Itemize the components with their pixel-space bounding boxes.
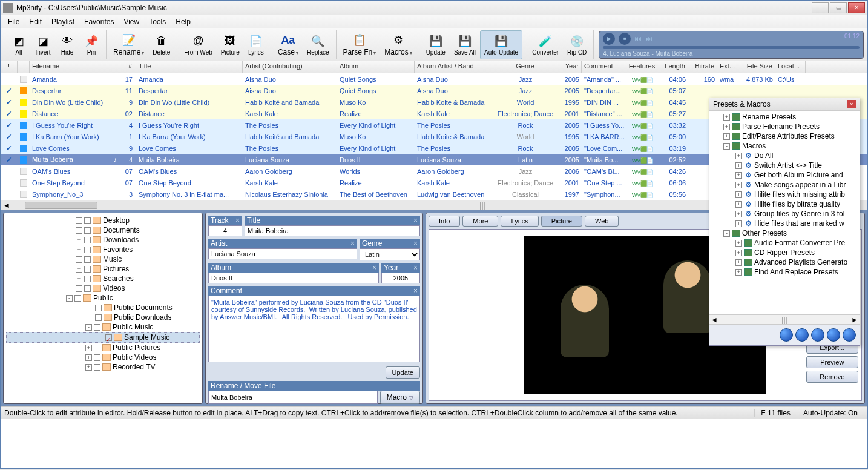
tree-expand-icon[interactable]: + (723, 124, 730, 130)
clear-track-icon[interactable]: × (235, 216, 240, 225)
tree-expand-icon[interactable]: + (76, 227, 82, 234)
tree-node[interactable]: +Downloads (6, 235, 200, 245)
player-progress[interactable] (603, 46, 860, 49)
tree-expand-icon[interactable]: + (735, 182, 742, 188)
col-year[interactable]: Year (557, 61, 582, 73)
editor-update-button[interactable]: Update (386, 366, 420, 379)
col-location[interactable]: Locat... (775, 61, 806, 73)
menu-help[interactable]: Help (171, 16, 196, 28)
preset-node[interactable]: +Rename Presets (711, 112, 858, 122)
tree-checkbox[interactable] (84, 227, 91, 234)
tree-expand-icon[interactable]: + (735, 191, 742, 198)
tree-expand-icon[interactable]: + (76, 276, 82, 282)
tree-node[interactable]: +Favorites (6, 245, 200, 254)
tree-node[interactable]: -Public (6, 293, 200, 303)
fromweb-button[interactable]: @From Web (180, 30, 217, 59)
maximize-button[interactable]: ▭ (830, 2, 847, 13)
col-filesize[interactable]: File Size (741, 61, 775, 73)
remove-button[interactable]: Remove (806, 371, 858, 383)
clear-album-icon[interactable]: × (372, 263, 376, 272)
tree-node[interactable]: +Documents (6, 225, 200, 235)
menu-favorites[interactable]: Favorites (79, 16, 119, 28)
tree-node[interactable]: +Recorded TV (6, 362, 200, 372)
menu-playlist[interactable]: Playlist (47, 16, 79, 28)
tree-checkbox[interactable] (84, 285, 91, 292)
table-row[interactable]: ✓Despertar11DespertarAisha DuoQuiet Song… (1, 85, 867, 96)
close-button[interactable]: ✕ (848, 2, 865, 13)
preset-node[interactable]: +⚙Get both Album Picture and (711, 170, 858, 180)
tree-checkbox[interactable] (94, 324, 100, 331)
tab-info[interactable]: Info (429, 216, 460, 227)
invert-button[interactable]: ◪Invert (31, 30, 55, 59)
tree-checkbox[interactable] (94, 364, 100, 371)
tree-checkbox[interactable] (95, 305, 102, 311)
presets-hscroll[interactable]: ◄|||► (709, 314, 860, 324)
tree-expand-icon[interactable]: + (735, 259, 742, 266)
tree-expand-icon[interactable]: + (85, 345, 92, 351)
col-genre[interactable]: Genre (493, 61, 557, 73)
tree-checkbox[interactable] (74, 295, 81, 302)
table-row[interactable]: Amanda17AmandaAisha DuoQuiet SongsAisha … (1, 73, 867, 85)
preset-node[interactable]: -Other Presets (711, 228, 858, 238)
preset-node[interactable]: +Audio Format Converter Pre (711, 238, 858, 248)
tree-checkbox[interactable] (94, 354, 100, 361)
tree-expand-icon[interactable]: - (723, 143, 730, 150)
minimize-button[interactable]: — (812, 2, 829, 13)
tree-checkbox[interactable] (94, 345, 100, 351)
preset-node[interactable]: +Advanced Playlists Generato (711, 257, 858, 267)
tree-expand-icon[interactable]: + (76, 285, 82, 292)
preset-node[interactable]: +⚙Hilite files by bitrate quality (711, 199, 858, 209)
title-input[interactable] (245, 225, 420, 236)
preset-node[interactable]: +⚙Do All (711, 151, 858, 161)
col-comment[interactable]: Comment (582, 61, 625, 73)
menu-file[interactable]: File (3, 16, 24, 28)
tree-expand-icon[interactable]: - (66, 295, 73, 302)
clear-year-icon[interactable]: × (413, 263, 418, 272)
preset-node[interactable]: +⚙Hide files that are marked w (711, 219, 858, 228)
tree-expand-icon[interactable]: + (735, 153, 742, 159)
preset-action-4[interactable] (827, 328, 840, 342)
tree-checkbox[interactable] (84, 266, 91, 273)
tab-more[interactable]: More (462, 216, 498, 227)
tree-expand-icon[interactable]: + (735, 201, 742, 208)
clear-title-icon[interactable]: × (413, 216, 418, 225)
stop-button[interactable]: ■ (619, 33, 631, 45)
preset-action-1[interactable] (780, 328, 793, 342)
macros-button[interactable]: ⚙Macros▾ (380, 30, 416, 59)
col-tracknum[interactable]: # (119, 61, 136, 73)
artist-input[interactable] (208, 248, 357, 259)
preset-node[interactable]: +Find And Replace Presets (711, 267, 858, 277)
genre-select[interactable]: Latin (360, 248, 420, 260)
tree-checkbox[interactable] (84, 237, 91, 243)
tab-lyrics[interactable]: Lyrics (501, 216, 538, 227)
rename-button[interactable]: 📝Rename▾ (109, 30, 148, 59)
tree-expand-icon[interactable]: + (735, 172, 742, 179)
tree-node[interactable]: +Public Pictures (6, 343, 200, 352)
tree-checkbox[interactable] (95, 314, 102, 321)
tree-expand-icon[interactable]: + (735, 211, 742, 217)
tab-web[interactable]: Web (585, 216, 619, 227)
track-input[interactable] (208, 225, 242, 236)
preset-node[interactable]: +⚙Group files by Genre in 3 fol (711, 209, 858, 219)
album-input[interactable] (208, 273, 379, 283)
tree-expand-icon[interactable]: + (76, 256, 82, 263)
tree-node[interactable]: +Pictures (6, 264, 200, 274)
tree-node[interactable]: +Desktop (6, 216, 200, 225)
tree-node[interactable]: +Videos (6, 283, 200, 293)
preset-node[interactable]: +Parse Filename Presets (711, 122, 858, 131)
ripcd-button[interactable]: 💿Rip CD (563, 30, 591, 59)
tree-node[interactable]: -Public Music (6, 322, 200, 332)
menu-tools[interactable]: Tools (144, 16, 171, 28)
tree-expand-icon[interactable]: + (723, 114, 730, 121)
tree-expand-icon[interactable]: + (735, 269, 742, 276)
play-button[interactable]: ▶ (603, 33, 615, 45)
tab-picture[interactable]: Picture (541, 216, 582, 227)
col-ext[interactable]: Ext... (717, 61, 741, 73)
preset-node[interactable]: +⚙Switch Artist <-> Title (711, 161, 858, 170)
replace-button[interactable]: 🔍Replace (303, 30, 334, 59)
all-button[interactable]: ◩All (7, 30, 31, 59)
tree-node[interactable]: Public Downloads (6, 313, 200, 322)
tree-expand-icon[interactable]: - (723, 230, 730, 237)
clear-artist-icon[interactable]: × (350, 239, 355, 248)
tree-checkbox[interactable] (84, 217, 91, 224)
